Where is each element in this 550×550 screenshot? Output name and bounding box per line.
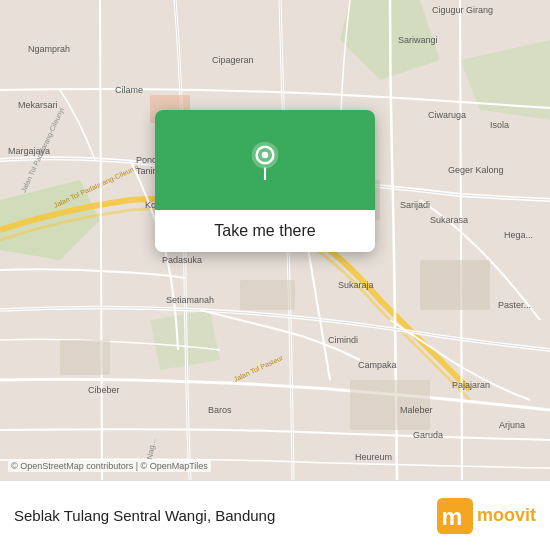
svg-point-46 bbox=[262, 152, 269, 159]
svg-text:Hega...: Hega... bbox=[504, 230, 533, 240]
svg-text:Mekarsari: Mekarsari bbox=[18, 100, 58, 110]
svg-text:Sarijadi: Sarijadi bbox=[400, 200, 430, 210]
map-container: Jalan Tol Padalarang-Cileunyi Jalan Tol … bbox=[0, 0, 550, 480]
svg-text:Paster...: Paster... bbox=[498, 300, 531, 310]
svg-text:Arjuna: Arjuna bbox=[499, 420, 525, 430]
take-me-there-button[interactable]: Take me there bbox=[155, 210, 375, 252]
svg-rect-10 bbox=[60, 340, 110, 375]
svg-text:Heureum: Heureum bbox=[355, 452, 392, 462]
location-pin-icon bbox=[245, 140, 285, 180]
moovit-text: moovit bbox=[477, 505, 536, 526]
svg-text:Sukaraja: Sukaraja bbox=[338, 280, 374, 290]
place-title: Seblak Tulang Sentral Wangi, Bandung bbox=[14, 507, 437, 524]
svg-text:Ngamprah: Ngamprah bbox=[28, 44, 70, 54]
svg-text:Pajajaran: Pajajaran bbox=[452, 380, 490, 390]
svg-text:Sukarasa: Sukarasa bbox=[430, 215, 468, 225]
svg-text:m: m bbox=[441, 504, 462, 530]
svg-text:Garuda: Garuda bbox=[413, 430, 443, 440]
svg-text:Geger Kalong: Geger Kalong bbox=[448, 165, 504, 175]
popup-card: Take me there bbox=[155, 110, 375, 252]
svg-text:Campaka: Campaka bbox=[358, 360, 397, 370]
svg-text:Baros: Baros bbox=[208, 405, 232, 415]
svg-text:Cibeber: Cibeber bbox=[88, 385, 120, 395]
popup-green-header bbox=[155, 110, 375, 210]
svg-text:Setiamanah: Setiamanah bbox=[166, 295, 214, 305]
svg-text:Maleber: Maleber bbox=[400, 405, 433, 415]
svg-rect-9 bbox=[420, 260, 490, 310]
svg-text:Cipageran: Cipageran bbox=[212, 55, 254, 65]
svg-text:Cilame: Cilame bbox=[115, 85, 143, 95]
svg-rect-11 bbox=[240, 280, 295, 310]
svg-text:Padasuka: Padasuka bbox=[162, 255, 202, 265]
moovit-icon: m bbox=[437, 498, 473, 534]
moovit-logo: m moovit bbox=[437, 498, 536, 534]
svg-text:Cimindi: Cimindi bbox=[328, 335, 358, 345]
svg-text:Cigugur Girang: Cigugur Girang bbox=[432, 5, 493, 15]
svg-text:Ciwaruga: Ciwaruga bbox=[428, 110, 466, 120]
bottom-bar: Seblak Tulang Sentral Wangi, Bandung m m… bbox=[0, 480, 550, 550]
map-copyright: © OpenStreetMap contributors | © OpenMap… bbox=[8, 460, 211, 472]
svg-text:Isola: Isola bbox=[490, 120, 509, 130]
svg-text:Sariwangi: Sariwangi bbox=[398, 35, 438, 45]
